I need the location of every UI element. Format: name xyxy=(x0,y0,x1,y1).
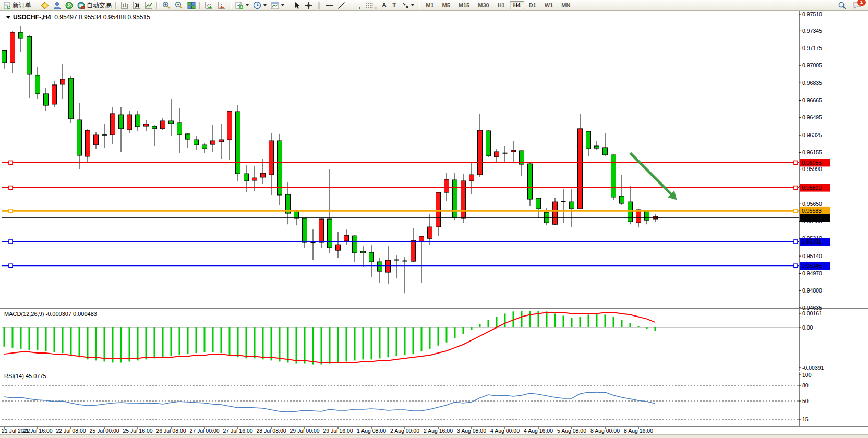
toolbar-separator xyxy=(418,2,420,9)
quotes-button[interactable] xyxy=(39,0,51,11)
price-axis-label: 0.96325 xyxy=(802,132,822,138)
macd-indicator-label: MACD(12,26,9) -0.000307 0.000483 xyxy=(4,311,97,317)
zoom-out-button[interactable] xyxy=(173,0,185,11)
arrows-tool-button[interactable] xyxy=(400,0,416,11)
candle xyxy=(119,107,124,152)
time-axis-label: 2 Aug 16:00 xyxy=(424,428,453,434)
cursor-tool-button[interactable] xyxy=(292,0,303,11)
search-button[interactable] xyxy=(836,0,849,11)
toolbar-separator xyxy=(35,2,37,9)
candle xyxy=(419,236,424,283)
candle xyxy=(403,257,407,293)
macd-axis-label: -0.00391 xyxy=(802,364,824,371)
signals-button[interactable] xyxy=(63,0,75,11)
crosshair-tool-button[interactable] xyxy=(303,0,315,11)
candle xyxy=(169,99,174,136)
signals-icon xyxy=(65,2,73,9)
chart-collapse-icon[interactable] xyxy=(6,16,10,19)
candle xyxy=(94,132,99,149)
tile-windows-icon xyxy=(187,2,196,9)
candlestick-chart-button[interactable] xyxy=(131,0,143,11)
time-axis-label: 25 Jul 00:00 xyxy=(89,428,119,434)
line-chart-button[interactable] xyxy=(143,0,155,11)
arrows-tool-icon xyxy=(402,2,409,9)
timeframe-W1[interactable]: W1 xyxy=(541,1,557,9)
timeframe-M15[interactable]: M15 xyxy=(455,1,473,9)
candle xyxy=(469,162,474,194)
time-axis-label: 5 Aug 08:00 xyxy=(557,428,586,434)
candle xyxy=(286,182,291,224)
indicators-caret-icon xyxy=(246,4,249,6)
auto-scroll-button[interactable] xyxy=(203,0,215,11)
indicators-button[interactable] xyxy=(233,0,251,11)
time-axis-label: 3 Aug 08:00 xyxy=(457,428,486,434)
chart-shift-button[interactable] xyxy=(215,0,228,11)
zoom-in-button[interactable] xyxy=(160,0,173,11)
notifications-button[interactable]: 1 xyxy=(851,0,864,11)
new-order-button[interactable]: 新订单 xyxy=(1,0,33,11)
add-indicator-icon xyxy=(235,1,244,9)
current-price-line[interactable]: 0.95515 xyxy=(2,214,830,222)
templates-button[interactable] xyxy=(269,0,286,11)
trendline-icon xyxy=(337,2,345,9)
price-axis-label: 0.97510 xyxy=(802,11,822,17)
vertical-line-tool-button[interactable] xyxy=(315,0,323,11)
rsi-axis-label: 50 xyxy=(802,398,809,404)
resistance-line-2[interactable]: 0.95809 xyxy=(2,184,830,192)
timeframe-M5[interactable]: M5 xyxy=(439,1,454,9)
candle xyxy=(236,105,240,181)
candle xyxy=(495,149,499,163)
time-axis-label: 21 Jul 16:00 xyxy=(22,428,52,434)
candle xyxy=(444,173,449,201)
macd-axis-label: 0.00161 xyxy=(802,310,822,317)
timeframe-D1[interactable]: D1 xyxy=(525,1,540,9)
trendline-tool-button[interactable] xyxy=(335,0,347,11)
trend-arrow-annotation[interactable] xyxy=(630,153,677,200)
support-line-1[interactable]: 0.95281 xyxy=(2,238,830,246)
text-tool-button[interactable]: A xyxy=(380,0,389,11)
label-tool-button[interactable]: T xyxy=(389,0,400,11)
candle xyxy=(10,31,15,73)
candle xyxy=(578,114,583,209)
level-price-tag: 0.96055 xyxy=(802,160,822,166)
candlestick-chart-icon xyxy=(133,2,141,9)
fibonacci-tag: F xyxy=(375,6,378,10)
candle xyxy=(294,211,299,225)
time-axis[interactable]: 21 Jul 202221 Jul 16:0022 Jul 08:0025 Ju… xyxy=(2,427,653,434)
rsi-axis-label: 15 xyxy=(802,416,809,422)
timeframe-H1[interactable]: H1 xyxy=(494,1,509,9)
timeframe-MN[interactable]: MN xyxy=(558,1,574,9)
horizontal-line-tool-button[interactable] xyxy=(323,0,335,11)
autotrade-button[interactable]: 自动交易 xyxy=(75,0,114,11)
horizontal-line-icon xyxy=(326,3,333,8)
chart-window[interactable]: 0.975100.973450.971750.970050.968350.966… xyxy=(0,11,868,434)
bar-chart-button[interactable] xyxy=(119,0,131,11)
timeframe-M1[interactable]: M1 xyxy=(422,1,437,9)
candle xyxy=(86,129,90,163)
channel-tool-button[interactable]: E xyxy=(347,0,364,11)
main-toolbar: 新订单 自动交易 xyxy=(0,0,868,11)
candle xyxy=(2,50,7,69)
macd-panel[interactable]: 0.001610.00-0.00391 xyxy=(2,310,824,371)
pivot-line[interactable]: 0.95583 xyxy=(2,207,830,215)
templates-caret-icon xyxy=(281,4,284,6)
label-tool-icon: T xyxy=(391,1,397,9)
support-line-2[interactable]: 0.95045 xyxy=(2,262,830,270)
cursor-icon xyxy=(294,2,300,9)
periods-button[interactable] xyxy=(251,0,269,11)
resistance-line-1[interactable]: 0.96055 xyxy=(2,159,830,166)
tile-windows-button[interactable] xyxy=(185,0,198,11)
rsi-panel[interactable]: 100805015 xyxy=(2,372,812,422)
timeframe-M30[interactable]: M30 xyxy=(474,1,492,9)
candle xyxy=(111,107,115,144)
candle xyxy=(52,81,57,107)
candle xyxy=(336,232,341,258)
candle xyxy=(394,256,399,278)
market-button[interactable] xyxy=(51,0,63,11)
fibonacci-tool-button[interactable]: F xyxy=(364,0,380,11)
candle xyxy=(278,134,282,205)
timeframe-H4[interactable]: H4 xyxy=(510,1,524,9)
chart-canvas[interactable]: 0.975100.973450.971750.970050.968350.966… xyxy=(0,11,868,434)
candle xyxy=(194,136,199,150)
rsi-axis-label: 80 xyxy=(802,382,809,388)
